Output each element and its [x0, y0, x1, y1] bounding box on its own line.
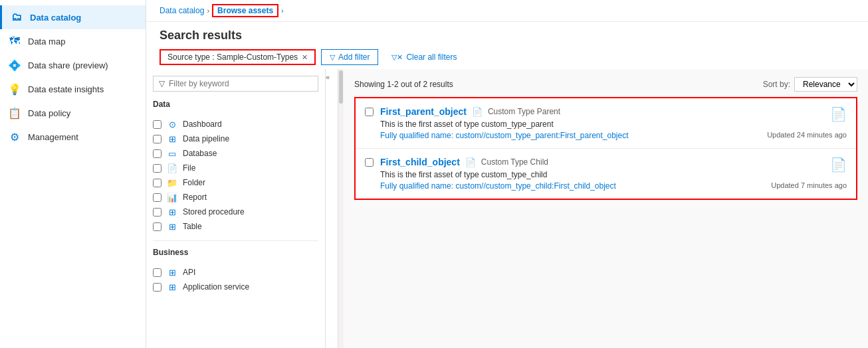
filter-item-api[interactable]: ⊞ API: [153, 265, 318, 280]
results-summary: Showing 1-2 out of 2 results: [354, 80, 453, 89]
sidebar: 🗂 Data catalog 🗺 Data map 💠 Data share (…: [0, 0, 146, 348]
filter-checkbox-application-service[interactable]: [153, 283, 162, 292]
filter-tag-label: Source type : Sample-Custom-Types: [167, 52, 298, 62]
filter-scrollbar[interactable]: [338, 69, 344, 348]
folder-icon: 📁: [167, 177, 177, 188]
collapse-left-icon: «: [326, 73, 330, 81]
pipeline-icon: ⊞: [167, 133, 177, 144]
filter-item-label-stored-procedure: Stored procedure: [183, 207, 245, 217]
sidebar-label-data-policy: Data policy: [28, 108, 70, 118]
breadcrumb-parent[interactable]: Data catalog: [160, 6, 204, 15]
result-type-label-0: Custom Type Parent: [488, 107, 560, 116]
table-icon: ⊞: [167, 221, 177, 232]
sort-select[interactable]: Relevance Name Updated: [794, 77, 857, 92]
filter-item-dashboard[interactable]: ⊙ Dashboard: [153, 117, 318, 131]
sidebar-item-data-map[interactable]: 🗺 Data map: [0, 29, 146, 53]
filter-item-database[interactable]: ▭ Database: [153, 146, 318, 161]
page-title: Search results: [160, 29, 855, 43]
result-file-icon-1: 📄: [830, 157, 847, 173]
sidebar-item-data-share[interactable]: 💠 Data share (preview): [0, 53, 146, 77]
filter-checkbox-report[interactable]: [153, 193, 162, 202]
estate-icon: 💡: [8, 82, 21, 96]
filter-scroll-thumb: [339, 70, 343, 104]
sidebar-item-management[interactable]: ⚙ Management: [0, 125, 146, 149]
clear-filters-button[interactable]: ▽✕ Clear all filters: [383, 50, 465, 64]
filter-item-label-api: API: [183, 268, 195, 277]
sidebar-label-management: Management: [28, 132, 78, 142]
filter-panel: ▽ Data ⊙ Dashboard ⊞ Data pipeline ▭: [146, 69, 326, 348]
app-service-icon: ⊞: [167, 282, 177, 292]
breadcrumb-separator: ›: [207, 7, 209, 15]
filter-checkbox-database[interactable]: [153, 149, 162, 158]
active-filter-tag[interactable]: Source type : Sample-Custom-Types ✕: [160, 49, 316, 65]
filter-keyword-input[interactable]: [169, 79, 312, 88]
result-checkbox-0[interactable]: [365, 108, 374, 116]
breadcrumb-arrow: ›: [281, 7, 284, 15]
filter-item-label-folder: Folder: [183, 178, 205, 187]
result-item-0: First_parent_object 📄 Custom Type Parent…: [356, 98, 856, 149]
filter-item-folder[interactable]: 📁 Folder: [153, 175, 318, 190]
filter-checkbox-file[interactable]: [153, 164, 162, 173]
results-panel: Showing 1-2 out of 2 results Sort by: Re…: [344, 69, 868, 348]
filter-checkbox-folder[interactable]: [153, 179, 162, 187]
filter-item-data-pipeline[interactable]: ⊞ Data pipeline: [153, 131, 318, 146]
filter-item-stored-procedure[interactable]: ⊞ Stored procedure: [153, 205, 318, 219]
business-section-title: Business: [153, 248, 318, 260]
filter-checkbox-data-pipeline[interactable]: [153, 135, 162, 143]
filter-item-label-dashboard: Dashboard: [183, 120, 222, 129]
sidebar-label-data-map: Data map: [28, 37, 65, 46]
result-name-1[interactable]: First_child_object: [380, 157, 460, 167]
result-type-icon-0: 📄: [472, 107, 483, 117]
result-file-icon-0: 📄: [830, 106, 847, 122]
result-desc-1: This is the first asset of type custom_t…: [380, 170, 847, 179]
result-checkbox-1[interactable]: [365, 158, 374, 167]
sidebar-label-data-catalog: Data catalog: [30, 13, 81, 23]
result-name-0[interactable]: First_parent_object: [380, 106, 467, 117]
policy-icon: 📋: [8, 106, 21, 120]
sidebar-item-data-policy[interactable]: 📋 Data policy: [0, 101, 146, 125]
breadcrumb: Data catalog › Browse assets ›: [146, 0, 868, 22]
filter-tag-close-icon[interactable]: ✕: [302, 53, 308, 62]
clear-filters-label: Clear all filters: [406, 52, 457, 62]
filter-item-label-application-service: Application service: [183, 282, 249, 292]
share-icon: 💠: [8, 58, 21, 72]
api-icon: ⊞: [167, 267, 177, 278]
sidebar-label-data-estate: Data estate insights: [28, 84, 104, 94]
results-list: First_parent_object 📄 Custom Type Parent…: [354, 97, 857, 200]
filter-checkbox-table[interactable]: [153, 222, 162, 231]
filter-checkbox-api[interactable]: [153, 268, 162, 277]
filter-search-icon: ▽: [159, 79, 165, 88]
dashboard-icon: ⊙: [167, 119, 177, 130]
breadcrumb-current: Browse assets: [212, 4, 278, 17]
map-icon: 🗺: [8, 35, 21, 48]
filter-item-application-service[interactable]: ⊞ Application service: [153, 280, 318, 294]
add-filter-button[interactable]: ▽ Add filter: [321, 49, 378, 65]
filter-bar: Source type : Sample-Custom-Types ✕ ▽ Ad…: [160, 49, 855, 65]
filter-search-box[interactable]: ▽: [153, 76, 318, 92]
filter-checkbox-stored-procedure[interactable]: [153, 208, 162, 217]
filter-item-table[interactable]: ⊞ Table: [153, 219, 318, 234]
clear-icon: ▽✕: [391, 53, 403, 62]
page-header: Search results Source type : Sample-Cust…: [146, 22, 868, 69]
stored-procedure-icon: ⊞: [167, 207, 177, 217]
sidebar-label-data-share: Data share (preview): [28, 60, 108, 70]
result-title-row-0: First_parent_object 📄 Custom Type Parent: [380, 106, 847, 117]
content-area: ▽ Data ⊙ Dashboard ⊞ Data pipeline ▭: [146, 69, 868, 348]
result-type-label-1: Custom Type Child: [481, 157, 548, 167]
filter-checkbox-dashboard[interactable]: [153, 120, 162, 129]
filter-item-report[interactable]: 📊 Report: [153, 190, 318, 205]
filter-item-file[interactable]: 📄 File: [153, 161, 318, 175]
results-header: Showing 1-2 out of 2 results Sort by: Re…: [354, 77, 857, 92]
data-section-title: Data: [153, 100, 318, 112]
filter-item-label-report: Report: [183, 193, 207, 202]
sidebar-item-data-estate[interactable]: 💡 Data estate insights: [0, 77, 146, 101]
filter-item-label-database: Database: [183, 149, 217, 158]
file-icon: 📄: [167, 163, 177, 173]
result-updated-1: Updated 7 minutes ago: [771, 181, 847, 189]
sidebar-item-data-catalog[interactable]: 🗂 Data catalog: [0, 5, 146, 29]
result-desc-0: This is the first asset of type custom_t…: [380, 120, 847, 129]
sort-row: Sort by: Relevance Name Updated: [763, 77, 857, 92]
collapse-filter-panel-button[interactable]: «: [326, 69, 338, 348]
database-icon: ▭: [167, 148, 177, 159]
result-item-1: First_child_object 📄 Custom Type Child T…: [356, 149, 856, 199]
